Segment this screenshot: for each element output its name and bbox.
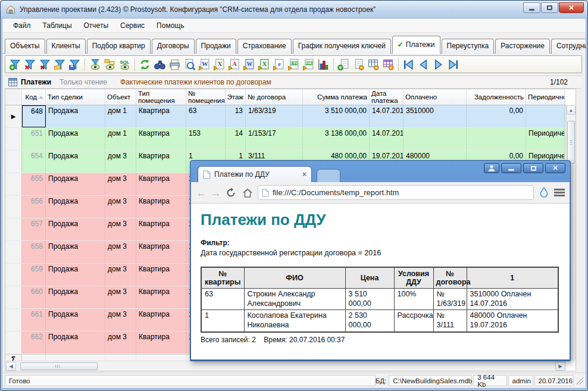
grid-cell[interactable]: Продажа (46, 309, 105, 331)
column-header[interactable]: Тип сделки (46, 89, 105, 105)
nav-first-button[interactable] (401, 57, 416, 72)
grid-cell[interactable]: дом 3 (105, 241, 136, 263)
grid-cell[interactable] (526, 105, 565, 127)
filter-view-button[interactable] (87, 57, 102, 72)
record-properties-button[interactable] (351, 57, 366, 72)
droplet-icon[interactable] (537, 186, 551, 199)
menu-item[interactable]: Файл (7, 20, 37, 32)
grid-cell[interactable]: дом 3 (105, 309, 136, 331)
grid-cell[interactable]: Квартира (136, 264, 186, 286)
filter-open-button[interactable] (52, 57, 67, 72)
grid-cell[interactable]: 1/63/319 (246, 105, 303, 127)
grid-cell[interactable]: 1/153/17 (246, 128, 303, 150)
grid-cell[interactable]: Продажа (46, 286, 105, 308)
nav-last-button[interactable] (446, 57, 461, 72)
reload-icon[interactable] (224, 186, 237, 199)
grid-cell[interactable]: 14.07.2016 (370, 105, 404, 127)
export-html-button[interactable]: e (271, 57, 286, 72)
column-header[interactable]: № помещения (186, 89, 226, 105)
minimize-button[interactable] (523, 2, 540, 13)
column-header[interactable]: Сумма платежа (303, 89, 370, 105)
tab-item[interactable]: График получения ключей (293, 39, 391, 54)
grid-cell[interactable]: 661 (22, 309, 46, 331)
menu-item[interactable]: Помощь (151, 20, 190, 32)
horizontal-scroll-thumb[interactable] (20, 362, 98, 370)
grid-cell[interactable]: Продажа (46, 264, 105, 286)
browser-tab[interactable]: Платежи по ДДУ × (198, 166, 312, 182)
grid-cell[interactable]: Квартира (136, 241, 186, 263)
grid-cell[interactable]: Продажа (46, 241, 105, 263)
grid-cell[interactable]: дом 3 (105, 331, 136, 354)
filter-clear-button[interactable] (23, 57, 37, 72)
grid-cell[interactable]: 660 (22, 286, 46, 308)
grid-cell[interactable]: дом 1 (105, 128, 136, 150)
grid-cell[interactable]: 14 (226, 128, 246, 150)
column-header[interactable]: Задолженность (467, 89, 526, 105)
refresh-button[interactable] (137, 57, 152, 72)
export-rtf-button[interactable]: A (227, 57, 242, 72)
grid-cell[interactable]: 657 (22, 218, 46, 240)
table-row[interactable]: 651Продажадом 1Квартира153141/153/173 13… (5, 128, 566, 151)
grid-cell[interactable]: Периодический (526, 128, 565, 150)
chart-button[interactable] (316, 57, 331, 72)
address-bar[interactable]: file:///C:/Documents/temp_report.htm (258, 185, 534, 200)
filter-sql-button[interactable]: SQL (117, 57, 132, 72)
table-settings-button[interactable] (381, 57, 396, 72)
tab-item[interactable]: Подбор квартир (87, 39, 151, 54)
browser-maximize-button[interactable] (523, 163, 543, 173)
preview-button[interactable] (182, 57, 197, 72)
column-header[interactable]: Периодичность (526, 89, 565, 105)
print-button[interactable] (167, 57, 182, 72)
scroll-right-icon[interactable]: ▶ (555, 362, 565, 371)
grid-cell[interactable]: 0,00 (467, 105, 526, 127)
export-excel-button[interactable]: X (212, 57, 227, 72)
grid-cell[interactable]: Продажа (46, 151, 105, 173)
grid-cell[interactable]: Квартира (136, 218, 186, 240)
grid-cell[interactable]: 651 (22, 128, 46, 150)
grid-cell[interactable] (404, 128, 467, 150)
scroll-up-icon[interactable]: ▲ (567, 105, 576, 115)
grid-cell[interactable]: 3 510 000,00 (303, 105, 370, 127)
tab-item[interactable]: Объекты (5, 39, 45, 54)
grid-cell[interactable]: дом 3 (105, 264, 136, 286)
filter-save-button[interactable] (67, 57, 82, 72)
home-icon[interactable] (241, 186, 254, 199)
search-button[interactable] (152, 57, 167, 72)
profile-button[interactable] (484, 163, 499, 173)
grid-cell[interactable]: 153 (186, 128, 226, 150)
grid-cell[interactable]: Квартира (136, 309, 186, 331)
table-properties-button[interactable] (366, 57, 381, 72)
grid-cell[interactable]: 656 (22, 196, 46, 218)
grid-cell[interactable]: Квартира (136, 331, 186, 354)
grid-cell[interactable]: Продажа (46, 218, 105, 240)
new-tab-stub[interactable] (317, 169, 340, 182)
grid-cell[interactable]: Продажа (46, 128, 105, 150)
tab-item[interactable]: Договоры (152, 39, 195, 54)
grid-cell[interactable]: дом 1 (105, 105, 136, 127)
grid-cell[interactable]: дом 3 (105, 286, 136, 308)
forward-icon[interactable]: → (210, 187, 221, 198)
table-row[interactable]: ▶648Продажадом 1Квартира63131/63/3193 51… (5, 105, 566, 128)
grid-cell[interactable]: Квартира (136, 286, 186, 308)
filter-add-button[interactable] (8, 57, 23, 72)
grid-cell[interactable]: дом 3 (105, 173, 136, 195)
grid-cell[interactable]: Квартира (136, 151, 186, 173)
nav-next-button[interactable] (431, 57, 446, 72)
record-add-button[interactable] (336, 57, 351, 72)
grid-cell[interactable]: дом 3 (105, 196, 136, 218)
menu-item[interactable]: Отчеты (78, 20, 114, 32)
grid-cell[interactable]: 14.07.2016 (370, 128, 404, 150)
column-header[interactable]: Код (22, 89, 46, 105)
browser-minimize-button[interactable] (501, 163, 521, 173)
filter-delete-button[interactable] (37, 57, 52, 72)
grid-cell[interactable]: Квартира (136, 105, 186, 127)
close-button[interactable]: ✕ (559, 2, 584, 13)
column-header[interactable]: № договора (246, 89, 303, 105)
column-header[interactable]: Этаж (226, 89, 246, 105)
grid-cell[interactable]: 63 (186, 105, 226, 127)
grid-cell[interactable]: 648 (22, 105, 46, 127)
grid-cell[interactable]: 659 (22, 264, 46, 286)
tab-item[interactable]: Сотрудники (551, 39, 586, 54)
tab-item[interactable]: Клиенты (46, 39, 86, 54)
column-header[interactable]: Дата платежа (370, 89, 404, 105)
